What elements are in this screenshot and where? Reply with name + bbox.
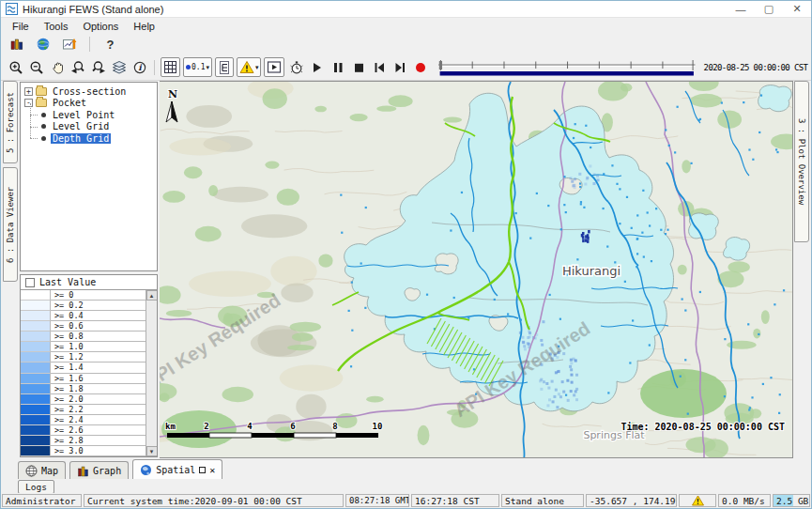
legend-title: Last Value <box>39 277 96 287</box>
step-backward-button[interactable] <box>369 57 389 78</box>
legend-row: >= 0.4 <box>21 311 146 321</box>
legend-panel: Last Value >= 0>= 0.2>= 0.4>= 0.6>= 0.8>… <box>20 274 158 457</box>
svg-text:4: 4 <box>247 422 253 431</box>
step-forward-button[interactable] <box>390 57 409 78</box>
close-button[interactable]: ✕ <box>783 1 811 17</box>
expand-icon[interactable]: + <box>24 87 33 96</box>
collapse-icon[interactable]: - <box>24 99 33 107</box>
timeline-thumb[interactable] <box>439 61 442 69</box>
layers-button[interactable] <box>109 57 129 78</box>
folder-icon <box>36 99 47 107</box>
chevron-down-icon: ▾ <box>206 64 209 71</box>
svg-text:2: 2 <box>204 422 208 431</box>
zoom-out-button[interactable] <box>26 57 46 78</box>
right-tab-strip: 3 : Plot Overview <box>793 81 811 458</box>
stop-button[interactable] <box>348 57 368 78</box>
town-label: Hikurangi <box>562 264 620 278</box>
grid-display-button[interactable] <box>161 57 180 77</box>
map-canvas[interactable]: API Key Required API Key Required Hikura… <box>160 82 793 458</box>
tree-item-label: Level Point <box>51 110 116 120</box>
play-button[interactable] <box>307 57 327 78</box>
tree-item[interactable]: Level Grid <box>21 121 157 133</box>
timeline-slider[interactable] <box>438 59 696 76</box>
legend-row-label: >= 1.6 <box>51 374 146 384</box>
maximize-button[interactable]: ▢ <box>755 1 783 17</box>
menu-file[interactable]: File <box>5 20 37 33</box>
legend-color-swatch <box>21 415 51 425</box>
database-button[interactable] <box>7 34 26 54</box>
tree-item[interactable]: -Pocket <box>21 98 157 110</box>
legend-color-swatch <box>21 405 51 415</box>
menu-options[interactable]: Options <box>75 20 126 33</box>
zoom-next-button[interactable] <box>88 57 108 78</box>
tab-forecast[interactable]: 5 : Forecast <box>3 81 18 163</box>
tree-item[interactable]: Level Point <box>21 109 157 121</box>
menu-help[interactable]: Help <box>126 20 162 33</box>
tab-graph[interactable]: Graph <box>69 461 129 479</box>
legend-row-label: >= 2.6 <box>51 425 146 436</box>
movie-export-button[interactable] <box>264 57 284 77</box>
status-network-speed: 0.0 MB/s <box>718 494 771 507</box>
legend-row: >= 2.6 <box>21 425 146 436</box>
scroll-up-icon[interactable]: ▲ <box>146 290 158 301</box>
info-button[interactable]: i <box>130 57 149 78</box>
legend-color-swatch <box>21 311 51 321</box>
record-button[interactable] <box>410 57 430 78</box>
legend-color-swatch <box>21 384 51 394</box>
profile-export-button[interactable] <box>59 34 79 54</box>
globe-button[interactable] <box>33 34 53 54</box>
minimize-button[interactable]: — <box>727 1 755 17</box>
tree-item[interactable]: +Cross-section <box>21 85 157 98</box>
svg-text:6: 6 <box>290 422 295 431</box>
legend-row: >= 1.4 <box>21 362 146 373</box>
interval-dropdown[interactable]: 0.1▾ <box>183 57 212 77</box>
legend-row: >= 2.4 <box>21 415 146 425</box>
pan-button[interactable] <box>47 57 67 78</box>
map-toolbar: i 0.1▾ ▾ 2020-08-25 00:00:00 CST <box>1 54 811 81</box>
legend-rows: >= 0>= 0.2>= 0.4>= 0.6>= 0.8>= 1.0>= 1.2… <box>21 290 146 456</box>
legend-color-swatch <box>21 301 51 311</box>
tab-map[interactable]: Map <box>18 461 66 479</box>
legend-button[interactable] <box>215 57 234 77</box>
title-bar: Hikurangi FEWS (Stand alone) — ▢ ✕ <box>1 1 811 18</box>
toolbar-separator <box>89 37 90 52</box>
interval-dot-icon <box>186 65 191 69</box>
app-icon <box>6 3 18 15</box>
legend-row-label: >= 0.4 <box>51 311 146 321</box>
tab-maximize-icon[interactable] <box>199 467 206 473</box>
tree-item-label: Depth Grid <box>51 133 111 144</box>
last-value-checkbox[interactable] <box>25 278 35 287</box>
menu-tools[interactable]: Tools <box>37 20 76 33</box>
legend-row: >= 2.8 <box>21 436 146 446</box>
legend-color-swatch <box>21 290 51 301</box>
spatial-globe-icon <box>140 464 152 476</box>
tab-data-viewer[interactable]: 6 : Data Viewer <box>3 167 18 282</box>
window-title: Hikurangi FEWS (Stand alone) <box>23 4 163 15</box>
warning-dropdown[interactable]: ▾ <box>237 57 262 77</box>
legend-scrollbar[interactable]: ▲ ▼ <box>146 290 157 456</box>
content-area: 5 : Forecast 6 : Data Viewer +Cross-sect… <box>1 81 811 458</box>
status-warning[interactable] <box>679 494 716 507</box>
map-viewport[interactable]: API Key Required API Key Required Hikura… <box>160 81 793 458</box>
legend-row-label: >= 1.4 <box>51 362 146 373</box>
menu-bar: File Tools Options Help <box>1 18 811 34</box>
tab-close-icon[interactable]: ✕ <box>209 465 215 475</box>
zoom-in-button[interactable] <box>6 57 25 78</box>
scroll-down-icon[interactable]: ▼ <box>146 446 158 456</box>
tree-item[interactable]: Depth Grid <box>21 132 157 145</box>
logs-button[interactable]: Logs <box>18 480 54 494</box>
animation-settings-button[interactable] <box>286 57 306 78</box>
legend-row: >= 2.0 <box>21 394 146 405</box>
legend-color-swatch <box>21 425 51 436</box>
help-button[interactable]: ? <box>100 34 120 54</box>
legend-row-label: >= 2.0 <box>51 394 146 405</box>
legend-header: Last Value <box>21 275 157 290</box>
tab-spatial[interactable]: Spatial ✕ <box>132 459 222 479</box>
zoom-previous-button[interactable] <box>68 57 87 78</box>
tree-item-label: Cross-section <box>51 86 128 97</box>
pause-button[interactable] <box>328 57 347 78</box>
tab-map-label: Map <box>41 466 58 476</box>
status-mode: Stand alone <box>501 494 584 507</box>
tab-plot-overview[interactable]: 3 : Plot Overview <box>794 81 809 242</box>
status-memory: 2.5 GB <box>773 494 810 507</box>
